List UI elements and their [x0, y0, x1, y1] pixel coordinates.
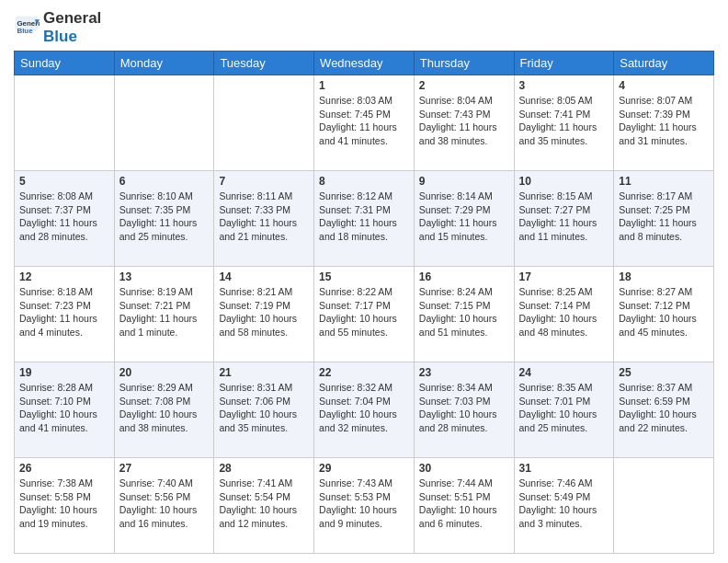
day-info: Sunrise: 8:17 AM Sunset: 7:25 PM Dayligh…: [619, 190, 709, 244]
day-info: Sunrise: 8:35 AM Sunset: 7:01 PM Dayligh…: [519, 381, 609, 435]
calendar-cell: 1Sunrise: 8:03 AM Sunset: 7:45 PM Daylig…: [314, 75, 415, 171]
day-info: Sunrise: 7:43 AM Sunset: 5:53 PM Dayligh…: [319, 477, 409, 531]
day-number: 5: [19, 175, 109, 188]
day-number: 30: [419, 462, 509, 475]
day-info: Sunrise: 8:05 AM Sunset: 7:41 PM Dayligh…: [519, 94, 609, 148]
week-row-3: 12Sunrise: 8:18 AM Sunset: 7:23 PM Dayli…: [15, 267, 714, 362]
calendar-cell: 6Sunrise: 8:10 AM Sunset: 7:35 PM Daylig…: [114, 171, 214, 267]
week-row-5: 26Sunrise: 7:38 AM Sunset: 5:58 PM Dayli…: [15, 457, 714, 553]
day-number: 29: [319, 462, 409, 475]
day-number: 31: [519, 462, 609, 475]
calendar-cell: [15, 75, 115, 171]
calendar-cell: 15Sunrise: 8:22 AM Sunset: 7:17 PM Dayli…: [314, 267, 415, 362]
day-info: Sunrise: 8:27 AM Sunset: 7:12 PM Dayligh…: [619, 285, 709, 339]
calendar-cell: 2Sunrise: 8:04 AM Sunset: 7:43 PM Daylig…: [414, 75, 514, 171]
calendar-cell: 19Sunrise: 8:28 AM Sunset: 7:10 PM Dayli…: [15, 362, 115, 458]
day-info: Sunrise: 7:40 AM Sunset: 5:56 PM Dayligh…: [119, 477, 210, 531]
day-info: Sunrise: 8:24 AM Sunset: 7:15 PM Dayligh…: [419, 285, 509, 339]
calendar-cell: 31Sunrise: 7:46 AM Sunset: 5:49 PM Dayli…: [514, 457, 614, 553]
day-number: 28: [219, 462, 309, 475]
day-number: 20: [119, 366, 210, 379]
day-number: 9: [419, 175, 509, 188]
calendar-cell: 24Sunrise: 8:35 AM Sunset: 7:01 PM Dayli…: [514, 362, 614, 458]
day-number: 25: [619, 366, 709, 379]
calendar-cell: 7Sunrise: 8:11 AM Sunset: 7:33 PM Daylig…: [214, 171, 314, 267]
day-number: 14: [219, 270, 309, 283]
calendar-cell: [614, 457, 714, 553]
day-number: 8: [319, 175, 409, 188]
weekday-header-wednesday: Wednesday: [314, 52, 415, 75]
calendar-cell: 25Sunrise: 8:37 AM Sunset: 6:59 PM Dayli…: [614, 362, 714, 458]
day-info: Sunrise: 7:46 AM Sunset: 5:49 PM Dayligh…: [519, 477, 609, 531]
day-info: Sunrise: 8:37 AM Sunset: 6:59 PM Dayligh…: [619, 381, 709, 435]
calendar-cell: 28Sunrise: 7:41 AM Sunset: 5:54 PM Dayli…: [214, 457, 314, 553]
calendar-cell: 17Sunrise: 8:25 AM Sunset: 7:14 PM Dayli…: [514, 267, 614, 362]
logo-general: General: [43, 9, 101, 28]
day-number: 4: [619, 79, 709, 92]
page: General Blue General Blue SundayMondayTu…: [0, 0, 728, 563]
week-row-1: 1Sunrise: 8:03 AM Sunset: 7:45 PM Daylig…: [15, 75, 714, 171]
day-info: Sunrise: 8:28 AM Sunset: 7:10 PM Dayligh…: [19, 381, 109, 435]
day-number: 22: [319, 366, 409, 379]
logo-icon: General Blue: [14, 15, 40, 40]
day-info: Sunrise: 7:41 AM Sunset: 5:54 PM Dayligh…: [219, 477, 309, 531]
day-number: 23: [419, 366, 509, 379]
calendar-cell: 27Sunrise: 7:40 AM Sunset: 5:56 PM Dayli…: [114, 457, 214, 553]
day-number: 2: [419, 79, 509, 92]
day-number: 24: [519, 366, 609, 379]
day-info: Sunrise: 7:44 AM Sunset: 5:51 PM Dayligh…: [419, 477, 509, 531]
day-number: 17: [519, 270, 609, 283]
weekday-header-thursday: Thursday: [414, 52, 514, 75]
calendar-cell: 5Sunrise: 8:08 AM Sunset: 7:37 PM Daylig…: [15, 171, 115, 267]
calendar-cell: 22Sunrise: 8:32 AM Sunset: 7:04 PM Dayli…: [314, 362, 415, 458]
calendar-cell: 13Sunrise: 8:19 AM Sunset: 7:21 PM Dayli…: [114, 267, 214, 362]
calendar-cell: 16Sunrise: 8:24 AM Sunset: 7:15 PM Dayli…: [414, 267, 514, 362]
calendar-cell: 8Sunrise: 8:12 AM Sunset: 7:31 PM Daylig…: [314, 171, 415, 267]
day-info: Sunrise: 8:03 AM Sunset: 7:45 PM Dayligh…: [319, 94, 409, 148]
day-number: 11: [619, 175, 709, 188]
calendar-cell: 3Sunrise: 8:05 AM Sunset: 7:41 PM Daylig…: [514, 75, 614, 171]
day-number: 21: [219, 366, 309, 379]
calendar-cell: 11Sunrise: 8:17 AM Sunset: 7:25 PM Dayli…: [614, 171, 714, 267]
day-number: 19: [19, 366, 109, 379]
day-info: Sunrise: 8:12 AM Sunset: 7:31 PM Dayligh…: [319, 190, 409, 244]
calendar-cell: 23Sunrise: 8:34 AM Sunset: 7:03 PM Dayli…: [414, 362, 514, 458]
logo-blue: Blue: [43, 28, 101, 46]
calendar-cell: 30Sunrise: 7:44 AM Sunset: 5:51 PM Dayli…: [414, 457, 514, 553]
weekday-header-sunday: Sunday: [15, 52, 115, 75]
day-number: 3: [519, 79, 609, 92]
day-info: Sunrise: 8:04 AM Sunset: 7:43 PM Dayligh…: [419, 94, 509, 148]
day-info: Sunrise: 8:08 AM Sunset: 7:37 PM Dayligh…: [19, 190, 109, 244]
calendar-cell: 10Sunrise: 8:15 AM Sunset: 7:27 PM Dayli…: [514, 171, 614, 267]
day-info: Sunrise: 8:19 AM Sunset: 7:21 PM Dayligh…: [119, 285, 210, 339]
day-info: Sunrise: 8:11 AM Sunset: 7:33 PM Dayligh…: [219, 190, 309, 244]
day-info: Sunrise: 8:29 AM Sunset: 7:08 PM Dayligh…: [119, 381, 210, 435]
day-number: 15: [319, 270, 409, 283]
day-info: Sunrise: 8:22 AM Sunset: 7:17 PM Dayligh…: [319, 285, 409, 339]
calendar-cell: [214, 75, 314, 171]
logo: General Blue General Blue: [14, 9, 101, 45]
calendar-cell: 4Sunrise: 8:07 AM Sunset: 7:39 PM Daylig…: [614, 75, 714, 171]
calendar-cell: 29Sunrise: 7:43 AM Sunset: 5:53 PM Dayli…: [314, 457, 415, 553]
calendar-cell: 20Sunrise: 8:29 AM Sunset: 7:08 PM Dayli…: [114, 362, 214, 458]
weekday-header-friday: Friday: [514, 52, 614, 75]
day-number: 6: [119, 175, 210, 188]
weekday-header-saturday: Saturday: [614, 52, 714, 75]
day-info: Sunrise: 8:18 AM Sunset: 7:23 PM Dayligh…: [19, 285, 109, 339]
week-row-4: 19Sunrise: 8:28 AM Sunset: 7:10 PM Dayli…: [15, 362, 714, 458]
day-number: 10: [519, 175, 609, 188]
calendar-cell: 14Sunrise: 8:21 AM Sunset: 7:19 PM Dayli…: [214, 267, 314, 362]
week-row-2: 5Sunrise: 8:08 AM Sunset: 7:37 PM Daylig…: [15, 171, 714, 267]
calendar-table: SundayMondayTuesdayWednesdayThursdayFrid…: [14, 51, 714, 554]
day-number: 12: [19, 270, 109, 283]
day-number: 18: [619, 270, 709, 283]
day-info: Sunrise: 8:07 AM Sunset: 7:39 PM Dayligh…: [619, 94, 709, 148]
svg-text:Blue: Blue: [17, 27, 34, 35]
weekday-header-monday: Monday: [114, 52, 214, 75]
day-info: Sunrise: 8:25 AM Sunset: 7:14 PM Dayligh…: [519, 285, 609, 339]
day-info: Sunrise: 8:15 AM Sunset: 7:27 PM Dayligh…: [519, 190, 609, 244]
weekday-header-tuesday: Tuesday: [214, 52, 314, 75]
day-info: Sunrise: 8:34 AM Sunset: 7:03 PM Dayligh…: [419, 381, 509, 435]
weekday-header-row: SundayMondayTuesdayWednesdayThursdayFrid…: [15, 52, 714, 75]
day-number: 7: [219, 175, 309, 188]
